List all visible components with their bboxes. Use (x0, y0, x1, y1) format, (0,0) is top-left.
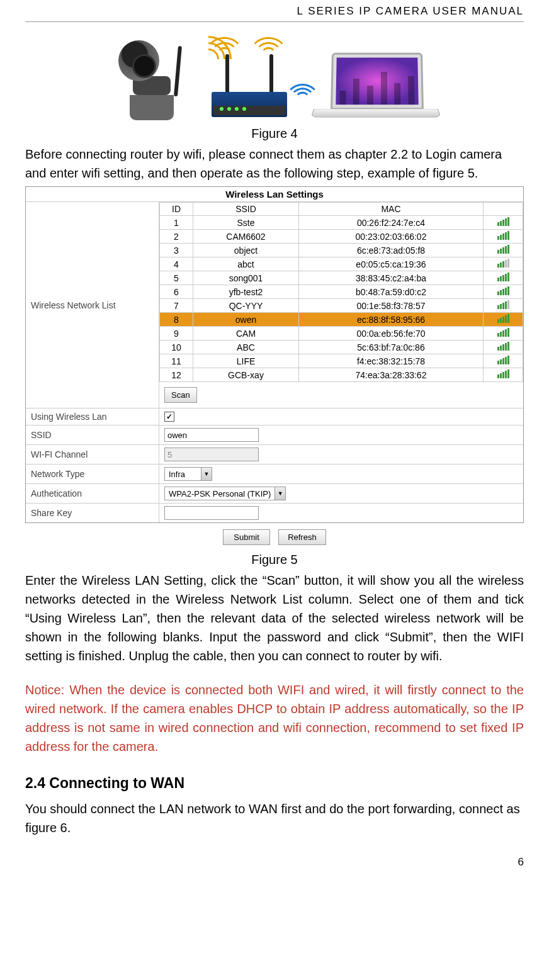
intro-paragraph: Before connecting router by wifi, please… (25, 145, 524, 183)
cell-id: 10 (160, 341, 193, 354)
cell-mac: 00:23:02:03:66:02 (299, 230, 484, 244)
cell-mac: e0:05:c5:ca:19:36 (299, 257, 484, 271)
cell-signal (484, 327, 523, 341)
network-row[interactable]: 6yfb-test2b0:48:7a:59:d0:c2 (160, 285, 523, 299)
cell-id: 11 (160, 354, 193, 368)
main-paragraph: Enter the Wireless LAN Setting, click th… (25, 571, 524, 665)
cell-ssid: GCB-xay (193, 368, 299, 382)
cell-ssid: CAM (193, 327, 299, 341)
cell-signal (484, 354, 523, 368)
ip-camera-icon (111, 35, 186, 120)
cell-signal (484, 313, 523, 327)
channel-label: WI-FI Channel (26, 445, 159, 464)
cell-id: 7 (160, 299, 193, 313)
signal-icon (497, 328, 509, 337)
cell-signal (484, 299, 523, 313)
cell-mac: 00:0a:eb:56:fe:70 (299, 327, 484, 341)
auth-label: Authetication (26, 484, 159, 503)
chevron-down-icon: ▼ (201, 468, 212, 480)
cell-signal (484, 257, 523, 271)
refresh-button[interactable]: Refresh (278, 529, 326, 545)
wireless-settings-screenshot: Wireless Lan Settings Wireless Network L… (25, 186, 524, 523)
cell-ssid: yfb-test2 (193, 285, 299, 299)
col-signal (484, 203, 523, 216)
signal-icon (497, 273, 509, 281)
col-mac: MAC (299, 203, 484, 216)
cell-id: 4 (160, 257, 193, 271)
signal-icon (497, 217, 509, 226)
cell-id: 8 (160, 313, 193, 327)
col-ssid: SSID (193, 203, 299, 216)
section-heading: 2.4 Connecting to WAN (25, 775, 524, 792)
signal-icon (497, 369, 509, 378)
cell-ssid: LIFE (193, 354, 299, 368)
network-row[interactable]: 7QC-YYY00:1e:58:f3:78:57 (160, 299, 523, 313)
share-key-input[interactable] (164, 506, 259, 520)
wireless-network-table: ID SSID MAC 1Sste00:26:f2:24:7e:c42CAM66… (159, 202, 523, 382)
ssid-label: SSID (26, 425, 159, 444)
cell-ssid: song001 (193, 271, 299, 285)
network-type-label: Network Type (26, 465, 159, 483)
cell-mac: f4:ec:38:32:15:78 (299, 354, 484, 368)
cell-signal (484, 368, 523, 382)
cell-id: 9 (160, 327, 193, 341)
col-id: ID (160, 203, 193, 216)
network-row[interactable]: 1Sste00:26:f2:24:7e:c4 (160, 216, 523, 230)
cell-id: 2 (160, 230, 193, 244)
share-key-label: Share Key (26, 504, 159, 522)
signal-icon (497, 245, 509, 254)
network-row[interactable]: 9CAM00:0a:eb:56:fe:70 (160, 327, 523, 341)
network-row[interactable]: 12GCB-xay74:ea:3a:28:33:62 (160, 368, 523, 382)
cell-mac: 00:1e:58:f3:78:57 (299, 299, 484, 313)
network-row[interactable]: 4abcte0:05:c5:ca:19:36 (160, 257, 523, 271)
signal-icon (497, 259, 509, 268)
settings-title: Wireless Lan Settings (26, 187, 523, 202)
cell-signal (484, 230, 523, 244)
cell-mac: 38:83:45:c2:a4:ba (299, 271, 484, 285)
network-row[interactable]: 11LIFEf4:ec:38:32:15:78 (160, 354, 523, 368)
chevron-down-icon: ▼ (274, 487, 285, 500)
cell-mac: 6c:e8:73:ad:05:f8 (299, 244, 484, 257)
cell-signal (484, 341, 523, 354)
cell-id: 6 (160, 285, 193, 299)
cell-mac: 74:ea:3a:28:33:62 (299, 368, 484, 382)
auth-select[interactable]: WPA2-PSK Personal (TKIP) ▼ (164, 487, 286, 500)
figure-caption: Figure 5 (25, 553, 524, 567)
using-wireless-label: Using Wireless Lan (26, 408, 159, 425)
network-row[interactable]: 8owenec:88:8f:58:95:66 (160, 313, 523, 327)
network-type-select[interactable]: Infra ▼ (164, 467, 212, 481)
cell-ssid: CAM6602 (193, 230, 299, 244)
cell-signal (484, 271, 523, 285)
notice-paragraph: Notice: When the device is connected bot… (25, 680, 524, 756)
cell-ssid: QC-YYY (193, 299, 299, 313)
network-list-label: Wireless Network List (26, 202, 159, 408)
scan-button[interactable]: Scan (164, 387, 197, 403)
laptop-icon (312, 52, 438, 121)
network-row[interactable]: 5song00138:83:45:c2:a4:ba (160, 271, 523, 285)
signal-icon (497, 300, 509, 309)
router-icon (205, 54, 293, 120)
network-row[interactable]: 2CAM660200:23:02:03:66:02 (160, 230, 523, 244)
cell-id: 1 (160, 216, 193, 230)
cell-mac: 5c:63:bf:7a:0c:86 (299, 341, 484, 354)
cell-ssid: Sste (193, 216, 299, 230)
cell-ssid: object (193, 244, 299, 257)
cell-signal (484, 216, 523, 230)
network-row[interactable]: 10ABC5c:63:bf:7a:0c:86 (160, 341, 523, 354)
using-wireless-checkbox[interactable]: ✓ (164, 412, 174, 422)
cell-signal (484, 244, 523, 257)
signal-icon (497, 314, 509, 323)
submit-button[interactable]: Submit (223, 529, 269, 545)
cell-id: 5 (160, 271, 193, 285)
network-row[interactable]: 3object6c:e8:73:ad:05:f8 (160, 244, 523, 257)
ssid-input[interactable]: owen (164, 428, 259, 442)
cell-id: 3 (160, 244, 193, 257)
cell-signal (484, 285, 523, 299)
wan-paragraph: You should connect the LAN network to WA… (25, 799, 524, 837)
signal-icon (497, 342, 509, 351)
signal-icon (497, 356, 509, 364)
page-header: L SERIES IP CAMERA USER MANUAL (25, 5, 524, 22)
page-number: 6 (25, 856, 524, 869)
cell-id: 12 (160, 368, 193, 382)
cell-mac: b0:48:7a:59:d0:c2 (299, 285, 484, 299)
